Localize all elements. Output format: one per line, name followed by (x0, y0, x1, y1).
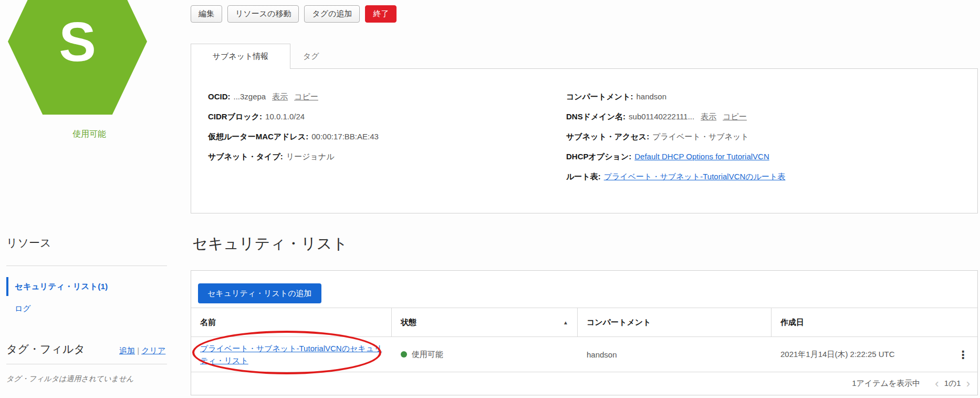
ocid-show-link[interactable]: 表示 (272, 92, 288, 101)
page-next-icon[interactable]: › (966, 378, 970, 390)
field-value: handson (636, 92, 666, 101)
route-table-link[interactable]: プライベート・サブネット-TutorialVCNのルート表 (604, 172, 786, 181)
subnet-status-hexagon-icon: S (8, 0, 147, 115)
field-label: CIDRブロック: (208, 112, 262, 121)
info-column-left: OCID:...3zgepa表示コピー CIDRブロック:10.0.1.0/24… (208, 91, 379, 171)
move-resource-button[interactable]: リソースの移動 (227, 5, 299, 23)
terminate-button[interactable]: 終了 (365, 5, 397, 23)
pagination: ‹ 1の1 › (935, 378, 970, 390)
add-tags-button[interactable]: タグの追加 (304, 5, 360, 23)
security-list-heading: セキュリティ・リスト (192, 233, 348, 254)
tag-filter-links: 追加 | クリア (119, 346, 165, 356)
resources-heading: リソース (6, 236, 51, 250)
field-dhcp-options: DHCPオプション:Default DHCP Options for Tutor… (566, 151, 785, 162)
security-list-panel: セキュリティ・リストの追加 名前 状態▲ コンパートメント 作成日 プライベート… (191, 270, 978, 395)
page-indicator: 1の1 (944, 379, 961, 389)
table-header-row: 名前 状態▲ コンパートメント 作成日 (191, 308, 977, 337)
field-label: コンパートメント: (566, 92, 633, 101)
items-shown-text: 1アイテムを表示中 (852, 379, 920, 389)
sidebar-divider (6, 364, 167, 364)
ocid-copy-link[interactable]: コピー (294, 92, 318, 101)
sidebar-divider (6, 266, 167, 266)
table-footer: 1アイテムを表示中 ‹ 1の1 › (191, 372, 977, 395)
field-cidr-block: CIDRブロック:10.0.1.0/24 (208, 111, 379, 122)
subnet-detail-page: S 使用可能 編集 リソースの移動 タグの追加 終了 サブネット情報 タグ OC… (0, 0, 980, 398)
add-security-list-button[interactable]: セキュリティ・リストの追加 (198, 283, 321, 303)
status-available-dot-icon (401, 351, 407, 358)
field-label: サブネット・アクセス: (566, 132, 649, 141)
tab-tags[interactable]: タグ (303, 44, 319, 69)
tag-filter-clear-link[interactable]: クリア (141, 346, 165, 355)
toolbar: 編集 リソースの移動 タグの追加 終了 (191, 5, 397, 23)
row-actions-kebab-icon[interactable]: ⋮ (957, 349, 968, 360)
page-prev-icon[interactable]: ‹ (935, 378, 939, 390)
subnet-info-panel: OCID:...3zgepa表示コピー CIDRブロック:10.0.1.0/24… (191, 68, 978, 213)
tag-filter-heading: タグ・フィルタ (6, 342, 85, 356)
column-header-compartment[interactable]: コンパートメント (578, 308, 772, 336)
column-header-name[interactable]: 名前 (191, 308, 392, 336)
field-value: 00:00:17:BB:AE:43 (311, 132, 379, 141)
info-column-right: コンパートメント:handson DNSドメイン名:sub01140222111… (566, 91, 785, 191)
field-subnet-type: サブネット・タイプ:リージョナル (208, 151, 379, 162)
field-ocid: OCID:...3zgepa表示コピー (208, 91, 379, 102)
cell-compartment: handson (578, 350, 772, 359)
field-label: DNSドメイン名: (566, 112, 625, 121)
status-text: 使用可能 (412, 350, 443, 360)
column-header-created[interactable]: 作成日 (772, 308, 977, 336)
field-route-table: ルート表:プライベート・サブネット-TutorialVCNのルート表 (566, 171, 785, 182)
field-label: DHCPオプション: (566, 152, 631, 161)
hexagon-letter: S (59, 14, 96, 69)
dns-copy-link[interactable]: コピー (723, 112, 747, 121)
sort-asc-icon[interactable]: ▲ (563, 320, 568, 325)
cell-name: プライベート・サブネット-TutorialVCNのセキュリティ・リスト (191, 342, 392, 366)
field-value: 10.0.1.0/24 (265, 112, 305, 121)
dns-show-link[interactable]: 表示 (701, 112, 716, 121)
field-value: ...3zgepa (234, 92, 266, 101)
security-list-name-link[interactable]: プライベート・サブネット-TutorialVCNのセキュリティ・リスト (200, 342, 383, 366)
table-row: プライベート・サブネット-TutorialVCNのセキュリティ・リスト 使用可能… (191, 337, 977, 372)
sidebar-item-security-lists[interactable]: セキュリティ・リスト(1) (6, 277, 108, 296)
column-header-status[interactable]: 状態▲ (392, 308, 578, 336)
tag-filter-add-link[interactable]: 追加 (119, 346, 135, 355)
field-label: 仮想ルーターMACアドレス: (208, 132, 308, 141)
field-virtual-router-mac: 仮想ルーターMACアドレス:00:00:17:BB:AE:43 (208, 131, 379, 142)
tab-subnet-info[interactable]: サブネット情報 (191, 44, 290, 69)
status-label: 使用可能 (0, 129, 179, 140)
edit-button[interactable]: 編集 (191, 5, 222, 23)
field-value: プライベート・サブネット (652, 132, 749, 141)
field-label: ルート表: (566, 172, 601, 181)
cell-status: 使用可能 (392, 350, 578, 360)
field-value: sub01140222111... (629, 112, 694, 121)
field-compartment: コンパートメント:handson (566, 91, 785, 102)
field-subnet-access: サブネット・アクセス:プライベート・サブネット (566, 131, 785, 142)
sidebar-item-logs[interactable]: ログ (15, 304, 31, 314)
tag-filter-empty-note: タグ・フィルタは適用されていません (6, 374, 134, 384)
field-dns-domain: DNSドメイン名:sub01140222111...表示コピー (566, 111, 785, 122)
cell-created: 2021年1月14日(木) 2:22:25 UTC ⋮ (772, 349, 977, 360)
field-label: サブネット・タイプ: (208, 152, 283, 161)
tag-filter-separator: | (137, 346, 139, 355)
field-label: OCID: (208, 92, 231, 101)
dhcp-options-link[interactable]: Default DHCP Options for TutorialVCN (634, 152, 769, 161)
field-value: リージョナル (286, 152, 335, 161)
